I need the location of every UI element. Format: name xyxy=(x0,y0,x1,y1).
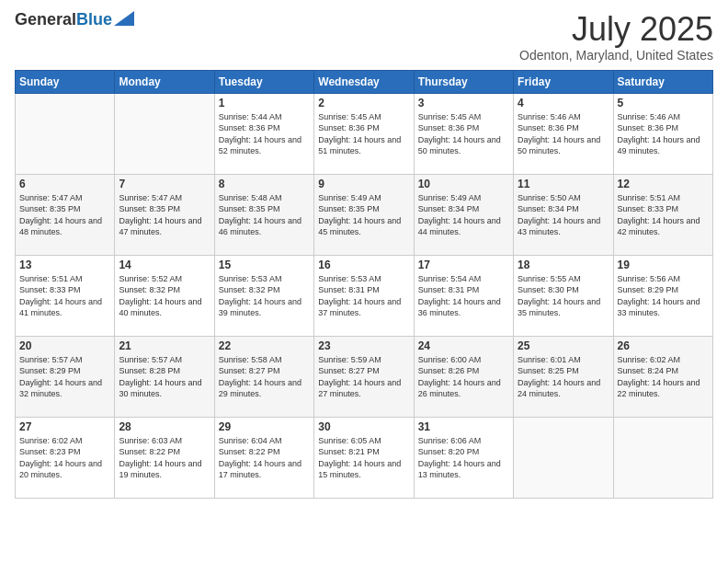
day-info: Sunrise: 5:53 AMSunset: 8:32 PMDaylight:… xyxy=(219,273,310,319)
day-info: Sunrise: 6:02 AMSunset: 8:24 PMDaylight:… xyxy=(618,354,709,400)
day-info: Sunrise: 6:05 AMSunset: 8:21 PMDaylight:… xyxy=(318,435,409,481)
day-number: 26 xyxy=(618,339,709,352)
day-number: 4 xyxy=(518,97,609,109)
day-info: Sunrise: 6:00 AMSunset: 8:26 PMDaylight:… xyxy=(418,354,509,400)
svg-marker-0 xyxy=(114,11,134,26)
day-info: Sunrise: 5:44 AMSunset: 8:36 PMDaylight:… xyxy=(219,111,310,157)
calendar: Sunday Monday Tuesday Wednesday Thursday… xyxy=(15,70,713,499)
day-info: Sunrise: 5:47 AMSunset: 8:35 PMDaylight:… xyxy=(19,192,110,238)
calendar-cell xyxy=(514,417,613,498)
calendar-cell: 30Sunrise: 6:05 AMSunset: 8:21 PMDayligh… xyxy=(314,417,414,498)
header-thursday: Thursday xyxy=(414,70,513,93)
day-number: 18 xyxy=(518,259,609,271)
day-number: 21 xyxy=(119,339,210,352)
day-info: Sunrise: 6:02 AMSunset: 8:23 PMDaylight:… xyxy=(19,435,110,481)
day-info: Sunrise: 5:51 AMSunset: 8:33 PMDaylight:… xyxy=(19,273,110,319)
page: GeneralBlue July 2025 Odenton, Maryland,… xyxy=(0,0,728,563)
calendar-cell: 31Sunrise: 6:06 AMSunset: 8:20 PMDayligh… xyxy=(414,417,513,498)
day-number: 7 xyxy=(119,178,210,190)
day-info: Sunrise: 5:46 AMSunset: 8:36 PMDaylight:… xyxy=(518,111,609,157)
day-info: Sunrise: 5:49 AMSunset: 8:35 PMDaylight:… xyxy=(318,192,409,238)
calendar-cell: 6Sunrise: 5:47 AMSunset: 8:35 PMDaylight… xyxy=(16,174,115,255)
header-sunday: Sunday xyxy=(16,70,115,93)
day-info: Sunrise: 5:57 AMSunset: 8:28 PMDaylight:… xyxy=(119,354,210,400)
header: GeneralBlue July 2025 Odenton, Maryland,… xyxy=(15,11,713,63)
day-info: Sunrise: 6:01 AMSunset: 8:25 PMDaylight:… xyxy=(518,354,609,400)
calendar-cell: 8Sunrise: 5:48 AMSunset: 8:35 PMDaylight… xyxy=(214,174,313,255)
calendar-week-row: 6Sunrise: 5:47 AMSunset: 8:35 PMDaylight… xyxy=(16,174,713,255)
day-number: 31 xyxy=(418,420,509,433)
day-info: Sunrise: 5:56 AMSunset: 8:29 PMDaylight:… xyxy=(618,273,709,319)
logo-general: GeneralBlue xyxy=(15,11,112,29)
day-info: Sunrise: 5:47 AMSunset: 8:35 PMDaylight:… xyxy=(119,192,210,238)
day-number: 12 xyxy=(618,178,709,190)
day-number: 27 xyxy=(19,420,110,433)
day-number: 30 xyxy=(318,420,409,433)
calendar-cell: 25Sunrise: 6:01 AMSunset: 8:25 PMDayligh… xyxy=(514,336,613,417)
calendar-cell: 24Sunrise: 6:00 AMSunset: 8:26 PMDayligh… xyxy=(414,336,513,417)
calendar-cell: 5Sunrise: 5:46 AMSunset: 8:36 PMDaylight… xyxy=(613,93,712,174)
day-number: 28 xyxy=(119,420,210,433)
calendar-cell: 22Sunrise: 5:58 AMSunset: 8:27 PMDayligh… xyxy=(214,336,313,417)
header-tuesday: Tuesday xyxy=(214,70,313,93)
day-number: 17 xyxy=(418,259,509,271)
day-number: 9 xyxy=(318,178,409,190)
day-number: 2 xyxy=(318,97,409,109)
day-info: Sunrise: 5:54 AMSunset: 8:31 PMDaylight:… xyxy=(418,273,509,319)
day-number: 3 xyxy=(418,97,509,109)
day-info: Sunrise: 5:55 AMSunset: 8:30 PMDaylight:… xyxy=(518,273,609,319)
calendar-cell: 2Sunrise: 5:45 AMSunset: 8:36 PMDaylight… xyxy=(314,93,414,174)
calendar-cell: 16Sunrise: 5:53 AMSunset: 8:31 PMDayligh… xyxy=(314,255,414,336)
logo: GeneralBlue xyxy=(15,11,134,29)
day-info: Sunrise: 5:46 AMSunset: 8:36 PMDaylight:… xyxy=(618,111,709,157)
calendar-cell xyxy=(16,93,115,174)
day-info: Sunrise: 5:52 AMSunset: 8:32 PMDaylight:… xyxy=(119,273,210,319)
day-number: 5 xyxy=(618,97,709,109)
day-number: 23 xyxy=(318,339,409,352)
calendar-cell: 20Sunrise: 5:57 AMSunset: 8:29 PMDayligh… xyxy=(16,336,115,417)
day-info: Sunrise: 5:59 AMSunset: 8:27 PMDaylight:… xyxy=(318,354,409,400)
day-number: 20 xyxy=(19,339,110,352)
calendar-cell: 14Sunrise: 5:52 AMSunset: 8:32 PMDayligh… xyxy=(115,255,214,336)
day-number: 11 xyxy=(518,178,609,190)
day-info: Sunrise: 6:03 AMSunset: 8:22 PMDaylight:… xyxy=(119,435,210,481)
calendar-cell: 12Sunrise: 5:51 AMSunset: 8:33 PMDayligh… xyxy=(613,174,712,255)
calendar-cell: 27Sunrise: 6:02 AMSunset: 8:23 PMDayligh… xyxy=(16,417,115,498)
day-number: 29 xyxy=(219,420,310,433)
calendar-cell: 9Sunrise: 5:49 AMSunset: 8:35 PMDaylight… xyxy=(314,174,414,255)
calendar-cell: 21Sunrise: 5:57 AMSunset: 8:28 PMDayligh… xyxy=(115,336,214,417)
day-info: Sunrise: 6:06 AMSunset: 8:20 PMDaylight:… xyxy=(418,435,509,481)
calendar-cell: 15Sunrise: 5:53 AMSunset: 8:32 PMDayligh… xyxy=(214,255,313,336)
calendar-cell: 7Sunrise: 5:47 AMSunset: 8:35 PMDaylight… xyxy=(115,174,214,255)
calendar-cell: 11Sunrise: 5:50 AMSunset: 8:34 PMDayligh… xyxy=(514,174,613,255)
calendar-week-row: 13Sunrise: 5:51 AMSunset: 8:33 PMDayligh… xyxy=(16,255,713,336)
day-number: 10 xyxy=(418,178,509,190)
day-number: 25 xyxy=(518,339,609,352)
day-info: Sunrise: 5:45 AMSunset: 8:36 PMDaylight:… xyxy=(318,111,409,157)
day-info: Sunrise: 5:48 AMSunset: 8:35 PMDaylight:… xyxy=(219,192,310,238)
calendar-cell: 4Sunrise: 5:46 AMSunset: 8:36 PMDaylight… xyxy=(514,93,613,174)
calendar-cell: 18Sunrise: 5:55 AMSunset: 8:30 PMDayligh… xyxy=(514,255,613,336)
day-number: 16 xyxy=(318,259,409,271)
calendar-cell: 29Sunrise: 6:04 AMSunset: 8:22 PMDayligh… xyxy=(214,417,313,498)
calendar-cell: 26Sunrise: 6:02 AMSunset: 8:24 PMDayligh… xyxy=(613,336,712,417)
header-wednesday: Wednesday xyxy=(314,70,414,93)
day-number: 8 xyxy=(219,178,310,190)
day-number: 22 xyxy=(219,339,310,352)
day-info: Sunrise: 5:49 AMSunset: 8:34 PMDaylight:… xyxy=(418,192,509,238)
calendar-cell xyxy=(115,93,214,174)
calendar-cell: 10Sunrise: 5:49 AMSunset: 8:34 PMDayligh… xyxy=(414,174,513,255)
title-area: July 2025 Odenton, Maryland, United Stat… xyxy=(519,11,713,63)
calendar-cell: 28Sunrise: 6:03 AMSunset: 8:22 PMDayligh… xyxy=(115,417,214,498)
calendar-cell: 1Sunrise: 5:44 AMSunset: 8:36 PMDaylight… xyxy=(214,93,313,174)
calendar-cell: 13Sunrise: 5:51 AMSunset: 8:33 PMDayligh… xyxy=(16,255,115,336)
calendar-cell: 23Sunrise: 5:59 AMSunset: 8:27 PMDayligh… xyxy=(314,336,414,417)
calendar-cell: 3Sunrise: 5:45 AMSunset: 8:36 PMDaylight… xyxy=(414,93,513,174)
day-info: Sunrise: 5:51 AMSunset: 8:33 PMDaylight:… xyxy=(618,192,709,238)
day-number: 19 xyxy=(618,259,709,271)
header-monday: Monday xyxy=(115,70,214,93)
main-title: July 2025 xyxy=(519,11,713,48)
day-info: Sunrise: 5:57 AMSunset: 8:29 PMDaylight:… xyxy=(19,354,110,400)
header-saturday: Saturday xyxy=(613,70,712,93)
calendar-cell xyxy=(613,417,712,498)
